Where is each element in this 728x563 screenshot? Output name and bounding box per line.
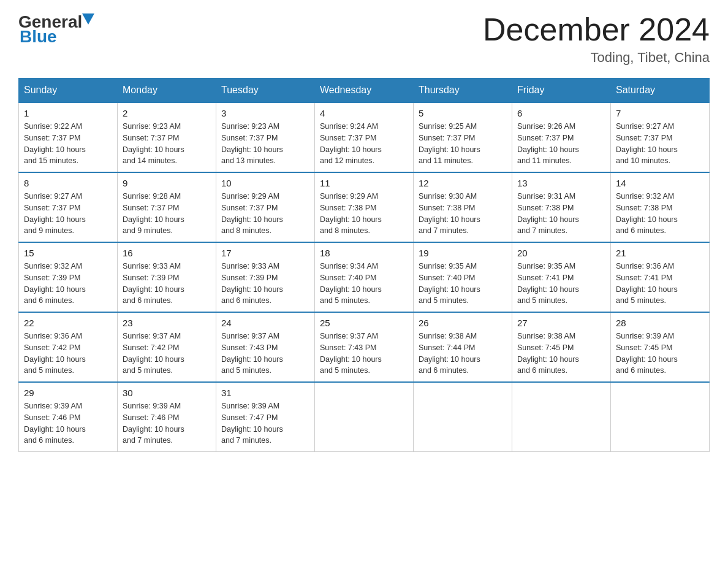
day-number: 18 [320, 248, 408, 258]
title-section: December 2024 Toding, Tibet, China [483, 12, 710, 66]
day-number: 13 [517, 178, 605, 188]
day-info: Sunrise: 9:39 AM Sunset: 7:46 PM Dayligh… [24, 400, 112, 446]
day-info: Sunrise: 9:24 AM Sunset: 7:37 PM Dayligh… [320, 121, 408, 167]
table-row: 19 Sunrise: 9:35 AM Sunset: 7:40 PM Dayl… [414, 242, 512, 312]
day-number: 11 [320, 178, 408, 188]
table-row: 26 Sunrise: 9:38 AM Sunset: 7:44 PM Dayl… [414, 312, 512, 382]
table-row: 23 Sunrise: 9:37 AM Sunset: 7:42 PM Dayl… [118, 312, 216, 382]
day-number: 5 [419, 108, 507, 118]
header-friday: Friday [512, 79, 611, 103]
table-row: 5 Sunrise: 9:25 AM Sunset: 7:37 PM Dayli… [414, 102, 512, 172]
location-label: Toding, Tibet, China [483, 50, 710, 66]
day-number: 6 [517, 108, 605, 118]
day-info: Sunrise: 9:35 AM Sunset: 7:40 PM Dayligh… [419, 261, 507, 307]
day-info: Sunrise: 9:27 AM Sunset: 7:37 PM Dayligh… [616, 121, 704, 167]
calendar-week-row: 1 Sunrise: 9:22 AM Sunset: 7:37 PM Dayli… [19, 102, 710, 172]
day-number: 27 [517, 318, 605, 328]
day-info: Sunrise: 9:22 AM Sunset: 7:37 PM Dayligh… [24, 121, 112, 167]
day-info: Sunrise: 9:29 AM Sunset: 7:37 PM Dayligh… [221, 191, 309, 237]
day-number: 3 [221, 108, 309, 118]
day-info: Sunrise: 9:32 AM Sunset: 7:39 PM Dayligh… [24, 261, 112, 307]
day-number: 23 [123, 318, 211, 328]
day-number: 1 [24, 108, 112, 118]
day-number: 4 [320, 108, 408, 118]
calendar-table: Sunday Monday Tuesday Wednesday Thursday… [18, 78, 710, 452]
day-info: Sunrise: 9:34 AM Sunset: 7:40 PM Dayligh… [320, 261, 408, 307]
table-row: 13 Sunrise: 9:31 AM Sunset: 7:38 PM Dayl… [512, 172, 611, 242]
table-row: 8 Sunrise: 9:27 AM Sunset: 7:37 PM Dayli… [19, 172, 118, 242]
day-info: Sunrise: 9:33 AM Sunset: 7:39 PM Dayligh… [123, 261, 211, 307]
day-info: Sunrise: 9:39 AM Sunset: 7:47 PM Dayligh… [221, 400, 309, 446]
table-row: 22 Sunrise: 9:36 AM Sunset: 7:42 PM Dayl… [19, 312, 118, 382]
table-row: 3 Sunrise: 9:23 AM Sunset: 7:37 PM Dayli… [216, 102, 315, 172]
table-row: 25 Sunrise: 9:37 AM Sunset: 7:43 PM Dayl… [315, 312, 414, 382]
day-number: 17 [221, 248, 309, 258]
table-row: 4 Sunrise: 9:24 AM Sunset: 7:37 PM Dayli… [315, 102, 414, 172]
day-number: 7 [616, 108, 704, 118]
day-info: Sunrise: 9:30 AM Sunset: 7:38 PM Dayligh… [419, 191, 507, 237]
day-number: 16 [123, 248, 211, 258]
day-number: 25 [320, 318, 408, 328]
table-row: 6 Sunrise: 9:26 AM Sunset: 7:37 PM Dayli… [512, 102, 611, 172]
table-row [512, 382, 611, 452]
day-number: 31 [221, 388, 309, 398]
header-tuesday: Tuesday [216, 79, 315, 103]
day-info: Sunrise: 9:37 AM Sunset: 7:42 PM Dayligh… [123, 331, 211, 377]
table-row: 31 Sunrise: 9:39 AM Sunset: 7:47 PM Dayl… [216, 382, 315, 452]
day-info: Sunrise: 9:26 AM Sunset: 7:37 PM Dayligh… [517, 121, 605, 167]
table-row: 28 Sunrise: 9:39 AM Sunset: 7:45 PM Dayl… [611, 312, 710, 382]
calendar-week-row: 15 Sunrise: 9:32 AM Sunset: 7:39 PM Dayl… [19, 242, 710, 312]
table-row: 11 Sunrise: 9:29 AM Sunset: 7:38 PM Dayl… [315, 172, 414, 242]
day-number: 29 [24, 388, 112, 398]
day-number: 24 [221, 318, 309, 328]
table-row: 7 Sunrise: 9:27 AM Sunset: 7:37 PM Dayli… [611, 102, 710, 172]
table-row [414, 382, 512, 452]
day-info: Sunrise: 9:38 AM Sunset: 7:45 PM Dayligh… [517, 331, 605, 377]
table-row [611, 382, 710, 452]
month-title: December 2024 [483, 12, 710, 47]
day-number: 20 [517, 248, 605, 258]
page-header: General Blue December 2024 Toding, Tibet… [18, 12, 710, 66]
calendar-week-row: 22 Sunrise: 9:36 AM Sunset: 7:42 PM Dayl… [19, 312, 710, 382]
day-info: Sunrise: 9:25 AM Sunset: 7:37 PM Dayligh… [419, 121, 507, 167]
svg-marker-0 [82, 13, 94, 25]
days-header-row: Sunday Monday Tuesday Wednesday Thursday… [19, 79, 710, 103]
day-info: Sunrise: 9:32 AM Sunset: 7:38 PM Dayligh… [616, 191, 704, 237]
calendar-week-row: 29 Sunrise: 9:39 AM Sunset: 7:46 PM Dayl… [19, 382, 710, 452]
logo-blue-text: Blue [20, 27, 57, 47]
day-info: Sunrise: 9:36 AM Sunset: 7:42 PM Dayligh… [24, 331, 112, 377]
table-row: 12 Sunrise: 9:30 AM Sunset: 7:38 PM Dayl… [414, 172, 512, 242]
header-wednesday: Wednesday [315, 79, 414, 103]
day-info: Sunrise: 9:39 AM Sunset: 7:45 PM Dayligh… [616, 331, 704, 377]
day-number: 21 [616, 248, 704, 258]
calendar-week-row: 8 Sunrise: 9:27 AM Sunset: 7:37 PM Dayli… [19, 172, 710, 242]
table-row: 14 Sunrise: 9:32 AM Sunset: 7:38 PM Dayl… [611, 172, 710, 242]
day-info: Sunrise: 9:38 AM Sunset: 7:44 PM Dayligh… [419, 331, 507, 377]
day-info: Sunrise: 9:36 AM Sunset: 7:41 PM Dayligh… [616, 261, 704, 307]
day-info: Sunrise: 9:31 AM Sunset: 7:38 PM Dayligh… [517, 191, 605, 237]
day-number: 8 [24, 178, 112, 188]
table-row [315, 382, 414, 452]
logo: General Blue [18, 12, 94, 47]
table-row: 30 Sunrise: 9:39 AM Sunset: 7:46 PM Dayl… [118, 382, 216, 452]
table-row: 21 Sunrise: 9:36 AM Sunset: 7:41 PM Dayl… [611, 242, 710, 312]
day-info: Sunrise: 9:27 AM Sunset: 7:37 PM Dayligh… [24, 191, 112, 237]
table-row: 20 Sunrise: 9:35 AM Sunset: 7:41 PM Dayl… [512, 242, 611, 312]
table-row: 16 Sunrise: 9:33 AM Sunset: 7:39 PM Dayl… [118, 242, 216, 312]
table-row: 27 Sunrise: 9:38 AM Sunset: 7:45 PM Dayl… [512, 312, 611, 382]
day-number: 28 [616, 318, 704, 328]
header-monday: Monday [118, 79, 216, 103]
day-number: 15 [24, 248, 112, 258]
day-info: Sunrise: 9:39 AM Sunset: 7:46 PM Dayligh… [123, 400, 211, 446]
day-info: Sunrise: 9:29 AM Sunset: 7:38 PM Dayligh… [320, 191, 408, 237]
day-number: 30 [123, 388, 211, 398]
day-info: Sunrise: 9:28 AM Sunset: 7:37 PM Dayligh… [123, 191, 211, 237]
logo-triangle-icon [82, 13, 94, 31]
table-row: 1 Sunrise: 9:22 AM Sunset: 7:37 PM Dayli… [19, 102, 118, 172]
table-row: 24 Sunrise: 9:37 AM Sunset: 7:43 PM Dayl… [216, 312, 315, 382]
header-sunday: Sunday [19, 79, 118, 103]
header-thursday: Thursday [414, 79, 512, 103]
day-number: 12 [419, 178, 507, 188]
table-row: 17 Sunrise: 9:33 AM Sunset: 7:39 PM Dayl… [216, 242, 315, 312]
day-number: 22 [24, 318, 112, 328]
